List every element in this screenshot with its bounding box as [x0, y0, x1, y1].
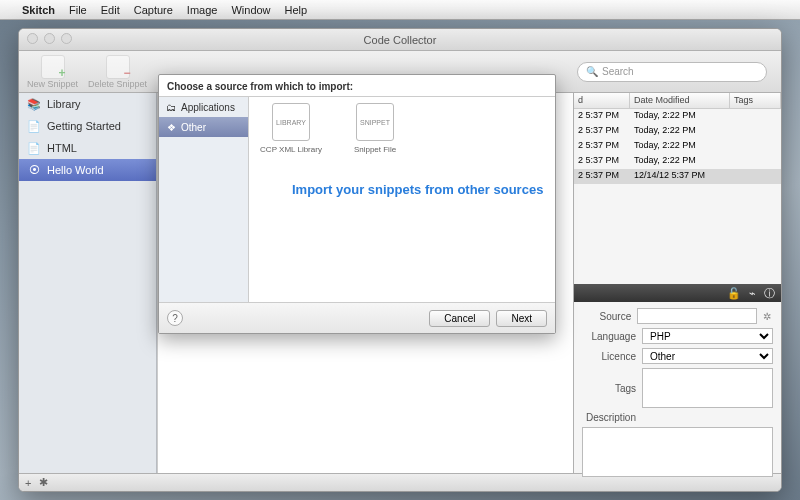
search-input[interactable]: 🔍 Search: [577, 62, 767, 82]
menubar-app[interactable]: Skitch: [22, 4, 55, 16]
dialog-source-other[interactable]: ❖ Other: [159, 117, 248, 137]
next-button[interactable]: Next: [496, 310, 547, 327]
search-icon: 🔍: [586, 66, 598, 77]
document-plus-icon: [41, 55, 65, 79]
gear-icon[interactable]: ✲: [760, 309, 773, 323]
dialog-content: LIBRARY CCP XML Library SNIPPET Snippet …: [249, 97, 555, 302]
lock-icon[interactable]: 🔓: [727, 287, 741, 300]
table-header: d Date Modified Tags: [574, 93, 781, 109]
inspector: Source ✲ Language PHP Licence Other Tags: [574, 302, 781, 487]
sidebar-item-label: HTML: [47, 142, 77, 154]
sidebar-item-library[interactable]: 📚 Library: [19, 93, 156, 115]
delete-snippet-label: Delete Snippet: [88, 79, 147, 89]
col-header[interactable]: d: [574, 93, 630, 108]
wifi-icon[interactable]: ⌁: [749, 287, 756, 300]
new-snippet-label: New Snippet: [27, 79, 78, 89]
dialog-source-applications[interactable]: 🗂 Applications: [159, 97, 248, 117]
delete-snippet-button[interactable]: Delete Snippet: [88, 55, 147, 89]
window-title: Code Collector: [364, 34, 437, 46]
snippet-file-icon: SNIPPET: [356, 103, 394, 141]
document-icon: 📄: [27, 119, 41, 133]
minimize-icon[interactable]: [44, 33, 55, 44]
sidebar-item-html[interactable]: 📄 HTML: [19, 137, 156, 159]
dialog-footer: ? Cancel Next: [159, 303, 555, 333]
document-minus-icon: [106, 55, 130, 79]
document-icon: 📄: [27, 141, 41, 155]
sidebar: 📚 Library 📄 Getting Started 📄 HTML ⦿ Hel…: [19, 93, 157, 473]
library-file-icon: LIBRARY: [272, 103, 310, 141]
import-option-label: Snippet File: [354, 145, 396, 154]
sidebar-item-label: Hello World: [47, 164, 104, 176]
menubar-capture[interactable]: Capture: [134, 4, 173, 16]
table-row[interactable]: 2 5:37 PMToday, 2:22 PM: [574, 139, 781, 154]
description-label: Description: [582, 412, 642, 423]
zoom-icon[interactable]: [61, 33, 72, 44]
table-row[interactable]: 2 5:37 PMToday, 2:22 PM: [574, 124, 781, 139]
table-row[interactable]: 2 5:37 PMToday, 2:22 PM: [574, 154, 781, 169]
source-input[interactable]: [637, 308, 757, 324]
search-placeholder: Search: [602, 66, 634, 77]
source-label: Source: [582, 311, 637, 322]
sidebar-item-getting-started[interactable]: 📄 Getting Started: [19, 115, 156, 137]
help-icon[interactable]: ?: [167, 310, 183, 326]
import-option-ccp-xml[interactable]: LIBRARY CCP XML Library: [255, 103, 327, 154]
import-dialog: Choose a source from which to import: 🗂 …: [158, 74, 556, 334]
menubar-image[interactable]: Image: [187, 4, 218, 16]
col-date-modified[interactable]: Date Modified: [630, 93, 730, 108]
sidebar-item-hello-world[interactable]: ⦿ Hello World: [19, 159, 156, 181]
table-row[interactable]: 2 5:37 PM12/14/12 5:37 PM: [574, 169, 781, 184]
library-icon: 📚: [27, 97, 41, 111]
other-icon: ❖: [165, 121, 177, 133]
sidebar-item-label: Getting Started: [47, 120, 121, 132]
licence-label: Licence: [582, 351, 642, 362]
licence-select[interactable]: Other: [642, 348, 773, 364]
dialog-sidebar: 🗂 Applications ❖ Other: [159, 97, 249, 302]
titlebar: Code Collector: [19, 29, 781, 51]
inspector-header: 🔓 ⌁ ⓘ: [574, 284, 781, 302]
tags-input[interactable]: [642, 368, 773, 408]
new-snippet-button[interactable]: New Snippet: [27, 55, 78, 89]
dialog-source-label: Applications: [181, 102, 235, 113]
tags-label: Tags: [582, 383, 642, 394]
close-icon[interactable]: [27, 33, 38, 44]
action-menu-button[interactable]: ✱: [39, 476, 48, 489]
import-option-label: CCP XML Library: [260, 145, 322, 154]
col-tags[interactable]: Tags: [730, 93, 781, 108]
menubar-help[interactable]: Help: [285, 4, 308, 16]
add-button[interactable]: +: [25, 477, 31, 489]
menubar-window[interactable]: Window: [231, 4, 270, 16]
sidebar-item-label: Library: [47, 98, 81, 110]
language-label: Language: [582, 331, 642, 342]
menubar-edit[interactable]: Edit: [101, 4, 120, 16]
dialog-heading: Choose a source from which to import:: [159, 75, 555, 96]
description-input[interactable]: [582, 427, 773, 477]
table-row[interactable]: 2 5:37 PMToday, 2:22 PM: [574, 109, 781, 124]
traffic-lights[interactable]: [27, 33, 72, 44]
import-option-snippet-file[interactable]: SNIPPET Snippet File: [339, 103, 411, 154]
cancel-button[interactable]: Cancel: [429, 310, 490, 327]
applications-icon: 🗂: [165, 101, 177, 113]
language-select[interactable]: PHP: [642, 328, 773, 344]
info-icon[interactable]: ⓘ: [764, 286, 775, 301]
menubar-file[interactable]: File: [69, 4, 87, 16]
right-panel: d Date Modified Tags 2 5:37 PMToday, 2:2…: [573, 93, 781, 473]
dialog-source-label: Other: [181, 122, 206, 133]
dot-icon: ⦿: [27, 163, 41, 177]
mac-menubar: Skitch File Edit Capture Image Window He…: [0, 0, 800, 20]
